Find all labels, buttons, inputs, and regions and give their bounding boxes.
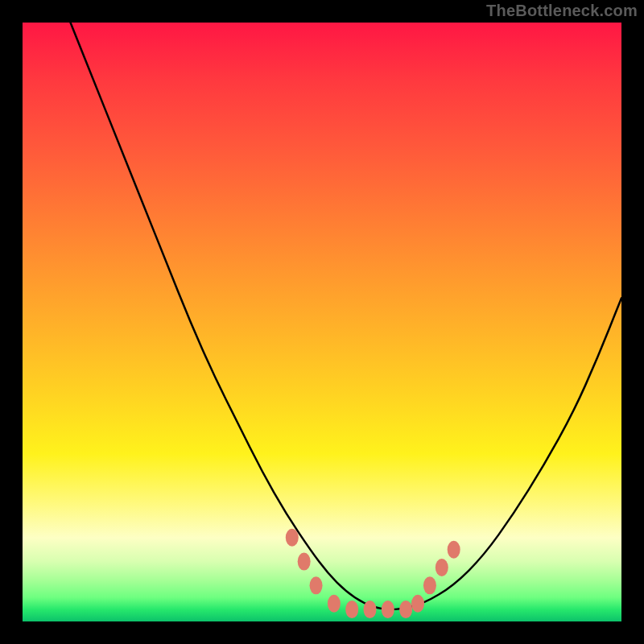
plot-area xyxy=(23,23,621,621)
chart-frame: TheBottleneck.com xyxy=(0,0,644,644)
marker-dot xyxy=(399,601,412,618)
marker-dot xyxy=(328,595,341,613)
marker-dot xyxy=(436,559,448,576)
marker-dot xyxy=(364,601,377,618)
watermark-text: TheBottleneck.com xyxy=(486,2,638,20)
curve-layer xyxy=(23,23,621,621)
marker-dot xyxy=(298,553,311,571)
marker-dot xyxy=(382,601,394,618)
marker-dot xyxy=(286,529,299,547)
marker-dot xyxy=(345,601,358,618)
bottleneck-curve xyxy=(71,23,621,609)
marker-cluster xyxy=(286,529,460,618)
marker-dot xyxy=(423,576,436,594)
marker-dot xyxy=(448,541,460,559)
marker-dot xyxy=(310,576,323,594)
marker-dot xyxy=(411,595,424,613)
